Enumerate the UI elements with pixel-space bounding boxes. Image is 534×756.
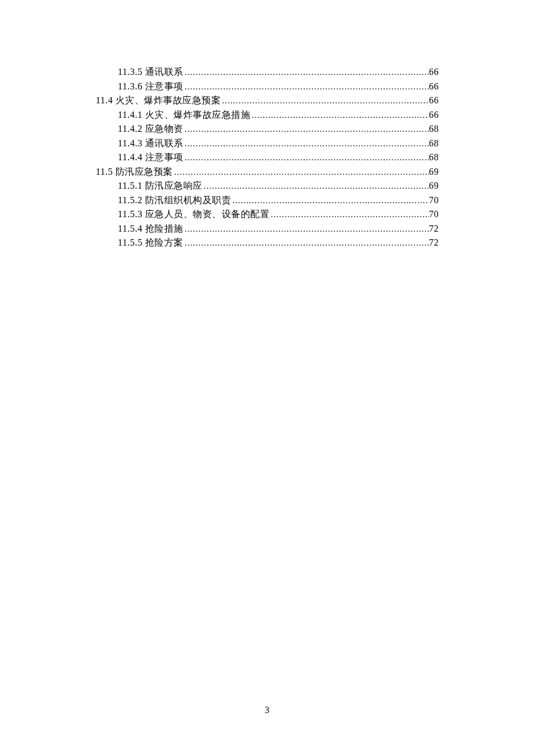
toc-entry-label: 11.3.5 通讯联系	[118, 65, 183, 80]
toc-entry-label: 11.5 防汛应急预案	[96, 165, 173, 179]
toc-entry-page: 69	[429, 179, 439, 193]
toc-entry-page: 72	[429, 236, 439, 250]
toc-entry: 11.3.6 注意事项66	[96, 80, 439, 94]
toc-entry-label: 11.5.3 应急人员、物资、设备的配置	[118, 207, 269, 222]
toc-content: 11.3.5 通讯联系6611.3.6 注意事项6611.4 火灾、爆炸事故应急…	[0, 0, 534, 250]
toc-entry-page: 70	[429, 207, 439, 222]
toc-leader-dots	[250, 108, 429, 123]
toc-entry-label: 11.4.1 火灾、爆炸事故应急措施	[118, 108, 250, 123]
toc-entry-label: 11.5.5 抢险方案	[118, 236, 183, 250]
toc-entry-label: 11.4.2 应急物资	[118, 122, 183, 136]
toc-entry-label: 11.4 火灾、爆炸事故应急预案	[96, 93, 221, 108]
toc-leader-dots	[183, 150, 429, 165]
toc-entry: 11.3.5 通讯联系66	[96, 65, 439, 80]
toc-entry: 11.4 火灾、爆炸事故应急预案 66	[96, 93, 439, 108]
toc-leader-dots	[269, 207, 429, 222]
toc-leader-dots	[183, 80, 429, 94]
toc-entry-page: 70	[429, 193, 439, 208]
toc-entry-page: 66	[429, 93, 439, 108]
toc-entry: 11.4.2 应急物资68	[96, 122, 439, 136]
toc-entry: 11.4.4 注意事项68	[96, 150, 439, 165]
toc-entry-label: 11.5.1 防汛应急响应	[118, 179, 203, 193]
toc-leader-dots	[183, 236, 429, 250]
toc-entry-page: 68	[429, 122, 439, 136]
toc-entry-page: 66	[429, 65, 439, 80]
toc-entry-page: 68	[429, 136, 439, 151]
toc-entry: 11.5.1 防汛应急响应69	[96, 179, 439, 193]
toc-entry-page: 66	[429, 108, 439, 123]
page-number: 3	[0, 705, 534, 715]
toc-entry-label: 11.4.3 通讯联系	[118, 136, 183, 151]
toc-leader-dots	[231, 193, 429, 208]
toc-leader-dots	[183, 222, 429, 236]
toc-leader-dots	[183, 136, 429, 151]
toc-leader-dots	[183, 65, 429, 80]
toc-entry: 11.4.1 火灾、爆炸事故应急措施66	[96, 108, 439, 123]
toc-entry-label: 11.3.6 注意事项	[118, 80, 183, 94]
toc-leader-dots	[203, 179, 429, 193]
toc-entry-page: 72	[429, 222, 439, 236]
toc-entry: 11.5.3 应急人员、物资、设备的配置70	[96, 207, 439, 222]
toc-entry: 11.5.5 抢险方案72	[96, 236, 439, 250]
toc-entry-page: 69	[429, 165, 439, 179]
toc-leader-dots	[221, 93, 429, 108]
toc-entry-label: 11.5.4 抢险措施	[118, 222, 183, 236]
toc-entry-page: 68	[429, 150, 439, 165]
toc-entry: 11.5.4 抢险措施72	[96, 222, 439, 236]
toc-leader-dots	[183, 122, 429, 136]
toc-entry-label: 11.4.4 注意事项	[118, 150, 183, 165]
toc-leader-dots	[173, 165, 429, 179]
toc-entry-page: 66	[429, 80, 439, 94]
toc-entry-label: 11.5.2 防汛组织机构及职责	[118, 193, 231, 208]
toc-entry: 11.5 防汛应急预案 69	[96, 165, 439, 179]
toc-entry: 11.5.2 防汛组织机构及职责70	[96, 193, 439, 208]
toc-entry: 11.4.3 通讯联系68	[96, 136, 439, 151]
